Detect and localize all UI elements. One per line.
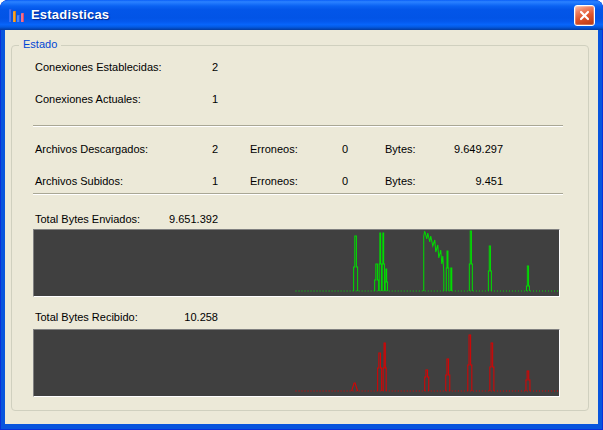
total-bytes-received-value: 10.258 (130, 311, 218, 324)
files-uploaded-value: 1 (130, 175, 218, 188)
downloaded-bytes-label: Bytes: (385, 143, 416, 156)
sent-bytes-graph (33, 229, 560, 297)
files-downloaded-value: 2 (130, 143, 218, 156)
divider (33, 193, 563, 195)
total-bytes-received-label: Total Bytes Recibido: (35, 311, 138, 324)
close-icon (579, 10, 590, 21)
connections-established-value: 2 (130, 61, 218, 74)
downloaded-errors-label: Erroneos: (250, 143, 298, 156)
titlebar[interactable]: Estadisticas (0, 0, 603, 30)
downloaded-errors-value: 0 (320, 143, 348, 156)
total-bytes-sent-value: 9.651.392 (130, 213, 218, 226)
estado-group-label: Estado (19, 38, 61, 51)
total-bytes-sent-label: Total Bytes Enviados: (35, 213, 140, 226)
connections-current-value: 1 (130, 93, 218, 106)
downloaded-bytes-value: 9.649.297 (420, 143, 503, 156)
received-bytes-graph (33, 329, 560, 397)
uploaded-bytes-value: 9.451 (420, 175, 503, 188)
bar-chart-icon (9, 7, 26, 23)
uploaded-bytes-label: Bytes: (385, 175, 416, 188)
divider (33, 125, 563, 127)
files-uploaded-label: Archivos Subidos: (35, 175, 123, 188)
statistics-window: Estadisticas Estado Conexiones Estableci… (0, 0, 603, 430)
connections-current-label: Conexiones Actuales: (35, 93, 141, 106)
close-button[interactable] (574, 5, 595, 26)
uploaded-errors-label: Erroneos: (250, 175, 298, 188)
uploaded-errors-value: 0 (320, 175, 348, 188)
window-title: Estadisticas (31, 7, 109, 22)
